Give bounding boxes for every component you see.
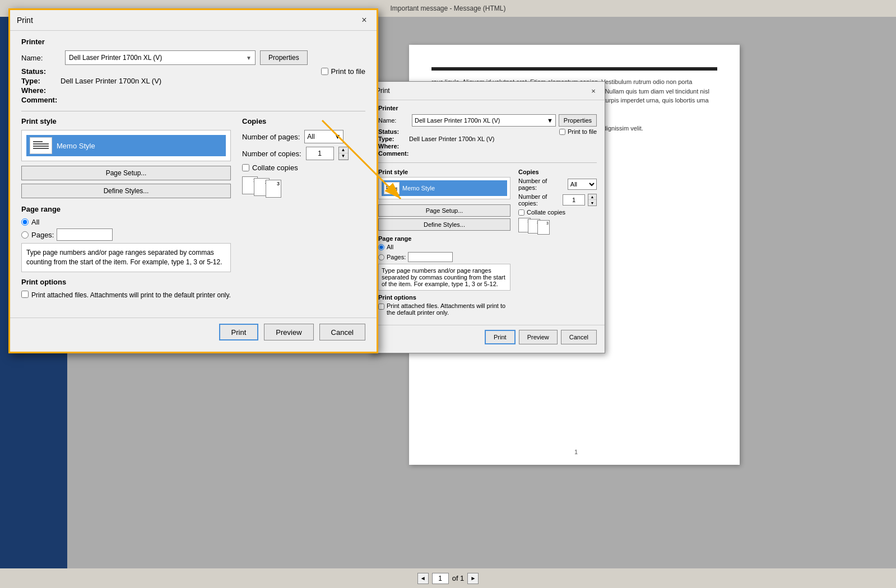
main-cancel-btn[interactable]: Cancel	[319, 324, 365, 340]
sec-printer-name-row: Name: Dell Laser Printer 1700n XL (V) ▼ …	[378, 114, 597, 127]
sec-num-copies-input[interactable]	[563, 194, 585, 206]
print-options-header: Print options	[21, 278, 231, 286]
page-range-all-label: All	[31, 218, 39, 226]
sec-pages-row: Pages:	[378, 252, 510, 262]
num-copies-row: Number of copies: ▲ ▼	[242, 147, 365, 160]
page-setup-btn[interactable]: Page Setup...	[21, 166, 231, 180]
sec-comment-value	[409, 150, 597, 157]
page-range-all-radio[interactable]	[21, 218, 29, 226]
collate-row: Collate copies	[242, 164, 365, 172]
pages-range-input[interactable]	[57, 228, 113, 241]
copies-increment-btn[interactable]: ▲	[339, 147, 348, 153]
sec-type-value: Dell Laser Printer 1700n XL (V)	[409, 136, 597, 142]
sec-memo-style-item[interactable]: Memo Style	[382, 180, 507, 196]
sec-define-styles-btn[interactable]: Define Styles...	[378, 218, 510, 231]
main-preview-btn[interactable]: Preview	[264, 324, 313, 340]
main-dialog-body: Printer Name: Dell Laser Printer 1700n X…	[10, 31, 377, 312]
print-style-box: Memo Style	[21, 130, 231, 161]
main-two-col: Print style Memo Style	[21, 117, 365, 305]
attach-files-label: Print attached files. Attachments will p…	[31, 291, 231, 300]
sec-print-to-file-checkbox[interactable]	[559, 129, 565, 135]
sec-cancel-btn[interactable]: Cancel	[561, 330, 597, 344]
page-prev-btn[interactable]: ◄	[417, 573, 429, 584]
printer-details-block: Status: Type: Dell Laser Printer 1700n X…	[21, 67, 365, 104]
status-value	[61, 67, 365, 76]
sec-properties-btn[interactable]: Properties	[559, 114, 597, 127]
sec-print-style-box: Memo Style	[378, 177, 510, 199]
where-label: Where:	[21, 86, 61, 95]
print-to-file-container: Print to file	[321, 67, 365, 76]
secondary-print-dialog: Print × Printer Name: Dell Laser Printer…	[370, 81, 605, 353]
sec-print-btn[interactable]: Print	[485, 330, 516, 344]
sec-dialog-close-btn[interactable]: ×	[588, 85, 599, 96]
copies-decrement-btn[interactable]: ▼	[339, 153, 348, 160]
sec-name-label: Name:	[378, 117, 409, 124]
printer-name-row: Name: Dell Laser Printer 1700n XL (V) ▼ …	[21, 50, 365, 65]
printer-name-dropdown[interactable]: Dell Laser Printer 1700n XL (V) ▼	[65, 50, 256, 65]
sec-copies-up-btn[interactable]: ▲	[588, 194, 596, 200]
sec-memo-label: Memo Style	[402, 185, 435, 192]
sec-copies-header: Copies	[518, 169, 597, 175]
define-styles-btn[interactable]: Define Styles...	[21, 184, 231, 198]
sec-range-hint-box: Type page numbers and/or page ranges sep…	[378, 264, 510, 291]
page-number-input[interactable]	[432, 573, 449, 584]
sec-pages-radio[interactable]	[378, 254, 384, 260]
sec-print-style-header: Print style	[378, 169, 510, 175]
left-col: Print style Memo Style	[21, 117, 231, 305]
type-value: Dell Laser Printer 1700n XL (V)	[61, 77, 365, 85]
sec-print-to-file-label: Print to file	[568, 128, 597, 135]
sec-printer-value: Dell Laser Printer 1700n XL (V)	[415, 117, 500, 124]
sec-page-setup-btn[interactable]: Page Setup...	[378, 204, 510, 217]
sec-collate-checkbox[interactable]	[518, 209, 524, 216]
status-label: Status:	[21, 67, 61, 76]
sec-printer-dropdown[interactable]: Dell Laser Printer 1700n XL (V) ▼	[412, 114, 556, 127]
printer-section-header: Printer	[21, 38, 365, 46]
sec-num-pages-label: Number of pages:	[518, 178, 565, 191]
num-pages-dropdown[interactable]: All ▼	[304, 130, 343, 143]
printer-section: Printer Name: Dell Laser Printer 1700n X…	[21, 38, 365, 104]
memo-icon-line-2	[33, 143, 49, 144]
main-print-btn[interactable]: Print	[219, 324, 259, 340]
print-options-section: Print options Print attached files. Atta…	[21, 278, 231, 300]
sec-where-label: Where:	[378, 143, 409, 150]
sec-collate-label: Collate copies	[527, 209, 565, 216]
page-range-pages-radio[interactable]	[21, 231, 29, 239]
page-range-pages-label: Pages:	[31, 231, 54, 239]
sec-attach-checkbox[interactable]	[378, 304, 384, 310]
memo-icon-lines	[33, 141, 49, 150]
collate-label: Collate copies	[252, 164, 298, 172]
page-range-header: Page range	[21, 205, 231, 213]
memo-style-icon	[30, 137, 52, 154]
sec-dialog-body: Printer Name: Dell Laser Printer 1700n X…	[370, 100, 605, 320]
sec-print-options: Print options Print attached files. Atta…	[378, 294, 510, 316]
right-col: Copies Number of pages: All ▼ Number of …	[242, 117, 365, 305]
sec-dialog-title-bar: Print ×	[370, 82, 605, 100]
collate-checkbox[interactable]	[242, 164, 249, 171]
sec-dialog-footer: Print Preview Cancel	[370, 325, 605, 344]
sec-attach-label: Print attached files. Attachments will p…	[387, 302, 510, 316]
attach-files-row: Print attached files. Attachments will p…	[21, 291, 231, 300]
sec-preview-btn[interactable]: Preview	[519, 330, 558, 344]
print-to-file-checkbox[interactable]	[321, 68, 328, 75]
sec-num-pages-select[interactable]: All	[568, 179, 597, 190]
sec-all-radio[interactable]	[378, 244, 384, 250]
memo-style-item[interactable]: Memo Style	[26, 135, 226, 156]
sec-printer-header: Printer	[378, 105, 597, 111]
print-style-header: Print style	[21, 117, 231, 125]
main-dialog-close-btn[interactable]: ×	[359, 15, 370, 26]
sec-comment-label: Comment:	[378, 150, 409, 157]
sec-pages-input[interactable]	[408, 252, 453, 262]
printer-properties-btn[interactable]: Properties	[260, 50, 308, 65]
printer-name-value: Dell Laser Printer 1700n XL (V)	[69, 54, 162, 62]
page-range-hint-box: Type page numbers and/or page ranges sep…	[21, 243, 231, 272]
num-copies-input[interactable]	[306, 147, 334, 160]
doc-header-bar	[431, 67, 717, 71]
sec-num-copies-row: Number of copies: ▲ ▼	[518, 193, 597, 207]
sec-collate-row: Collate copies	[518, 209, 597, 216]
sec-line-1	[386, 186, 393, 187]
comment-value	[61, 96, 365, 104]
attach-files-checkbox[interactable]	[21, 291, 29, 298]
sec-where-value	[409, 143, 597, 150]
sec-copies-down-btn[interactable]: ▼	[588, 200, 596, 206]
page-next-btn[interactable]: ►	[467, 573, 479, 584]
